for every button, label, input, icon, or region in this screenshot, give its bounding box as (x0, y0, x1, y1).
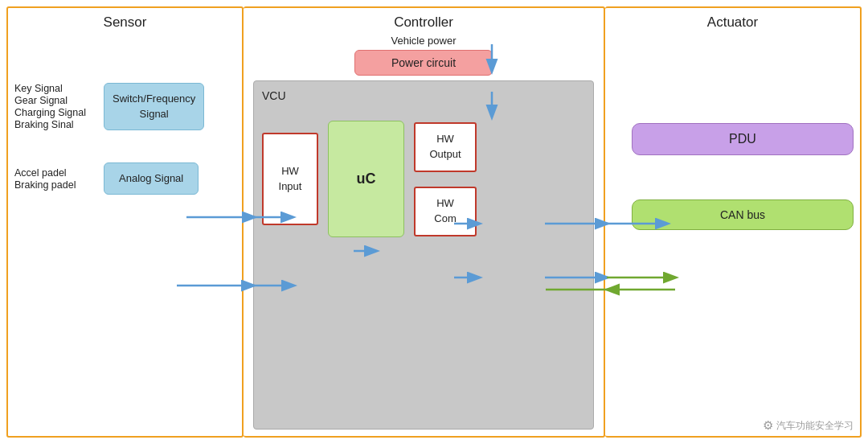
canbus-box: CAN bus (632, 199, 854, 230)
hw-right-column: HWOutput HWCom (414, 122, 477, 236)
pdu-box: PDU (632, 123, 854, 155)
vehicle-power-label: Vehicle power (391, 35, 457, 47)
actuator-section: Actuator PDU CAN bus (605, 6, 862, 438)
vcu-container: VCU HWInput uC HWOutput (253, 80, 594, 430)
vcu-label: VCU (262, 89, 585, 102)
watermark-text: 汽车功能安全学习 (776, 419, 854, 433)
switch-freq-group: Key Signal Gear Signal Charging Signal B… (14, 83, 235, 130)
analog-labels: Accel padel Braking padel (14, 167, 99, 191)
vcu-inner: HWInput uC HWOutput HWCom (262, 109, 585, 249)
power-circuit-box: Power circuit (354, 50, 493, 76)
analog-signal-box: Analog Signal (104, 162, 199, 195)
controller-section: Controller Vehicle power Power circuit V… (244, 6, 605, 438)
power-area: Vehicle power Power circuit (253, 35, 594, 76)
switch-freq-labels: Key Signal Gear Signal Charging Signal B… (14, 83, 99, 130)
braking-sinal-label: Braking Sinal (14, 119, 99, 130)
actuator-title: Actuator (612, 14, 854, 31)
watermark-icon: ⚙ (763, 418, 773, 433)
sensor-section: Sensor Key Signal Gear Signal Charging S… (6, 6, 244, 438)
controller-title: Controller (253, 14, 594, 31)
gear-signal-label: Gear Signal (14, 95, 99, 106)
hw-input-box: HWInput (262, 133, 318, 225)
hw-output-box: HWOutput (414, 122, 477, 172)
braking-padel-label: Braking padel (14, 179, 99, 191)
hw-com-box: HWCom (414, 187, 477, 236)
key-signal-label: Key Signal (14, 83, 99, 94)
accel-padel-label: Accel padel (14, 167, 99, 179)
actuator-boxes: PDU CAN bus (612, 123, 854, 230)
analog-group: Accel padel Braking padel Analog Signal (14, 162, 235, 195)
sensor-title: Sensor (14, 14, 235, 31)
charging-signal-label: Charging Signal (14, 107, 99, 118)
uc-box: uC (328, 121, 404, 237)
switch-freq-box: Switch/FrequencySignal (104, 83, 204, 130)
watermark: ⚙ 汽车功能安全学习 (763, 418, 854, 433)
